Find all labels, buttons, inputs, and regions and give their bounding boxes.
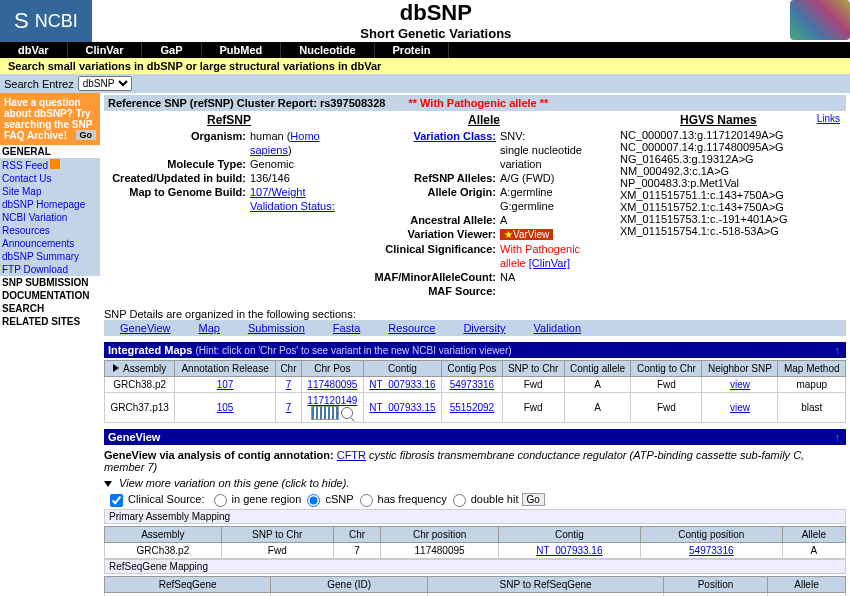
cell: Fwd [221, 542, 333, 558]
clinical-radio[interactable] [214, 494, 227, 507]
cell-link[interactable]: 54973316 [450, 379, 495, 390]
sidebar-head: RELATED SITES [0, 315, 100, 328]
cell: Fwd [631, 377, 702, 393]
sidebar-item[interactable]: Contact Us [0, 172, 100, 185]
col-header[interactable]: Contig Pos [442, 361, 502, 377]
col-header[interactable]: Annotation Release [175, 361, 276, 377]
value-link[interactable]: Validation Status: [250, 200, 335, 212]
varview-badge[interactable]: ★VarView [500, 229, 553, 240]
section-link[interactable]: Resource [388, 322, 435, 334]
kv-value: human (Homo sapiens) [250, 129, 348, 157]
cell-link[interactable]: 105 [217, 402, 234, 413]
cell-link[interactable]: 117120149 [307, 395, 357, 406]
cell: blast [778, 393, 846, 423]
sidebar-item[interactable]: RSS Feed [0, 158, 100, 172]
value-link[interactable]: Homo sapiens [250, 130, 320, 156]
col-header: Chr [333, 526, 380, 542]
sidebar-item[interactable]: Site Map [0, 185, 100, 198]
sidebar-item[interactable]: FTP Download [0, 263, 100, 276]
faq-box[interactable]: Have a question about dbSNP? Try searchi… [0, 93, 100, 145]
view-more-text: View more variation on this gene (click … [119, 477, 349, 489]
sort-icon[interactable] [113, 364, 119, 372]
nav-tab-protein[interactable]: Protein [375, 42, 450, 58]
clinical-radio[interactable] [453, 494, 466, 507]
cell: 117120149 [302, 393, 364, 423]
sidebar-item[interactable]: Resources [0, 224, 100, 237]
col-header: Chr position [381, 526, 499, 542]
col-header[interactable]: Map Method [778, 361, 846, 377]
cell-link[interactable]: 7 [286, 379, 292, 390]
ncbi-text: NCBI [35, 11, 78, 32]
nav-tab-gap[interactable]: GaP [142, 42, 201, 58]
col-header[interactable]: Contig [363, 361, 441, 377]
nav-tab-pubmed[interactable]: PubMed [202, 42, 282, 58]
sidebar-item[interactable]: NCBI Variation [0, 211, 100, 224]
value-link[interactable]: [ClinVar] [529, 257, 570, 269]
cell-link[interactable]: 117480095 [307, 379, 357, 390]
scroll-top-icon[interactable]: ↑ [835, 431, 841, 443]
cell-link[interactable]: 55152092 [450, 402, 495, 413]
cell-link[interactable]: NT_007933.15 [369, 402, 435, 413]
section-link[interactable]: Map [199, 322, 220, 334]
scroll-top-icon[interactable]: ↑ [835, 344, 841, 356]
ncbi-logo-icon: Ѕ [14, 8, 29, 34]
sidebar-head: DOCUMENTATION [0, 289, 100, 302]
thumbnail-icon[interactable] [311, 406, 339, 420]
hgvs-name: NM_000492.3:c.1A>G [620, 165, 840, 177]
geneview-desc: GeneView via analysis of contig annotati… [104, 449, 846, 473]
key-link[interactable]: Variation Class: [413, 130, 496, 142]
cell-link[interactable]: NT_007933.16 [536, 545, 602, 556]
ncbi-logo[interactable]: Ѕ NCBI [0, 0, 92, 42]
clinical-radio[interactable] [307, 494, 320, 507]
col-header[interactable]: Chr [275, 361, 301, 377]
cell: A [767, 592, 845, 596]
col-header[interactable]: Neighbor SNP [702, 361, 778, 377]
gene-link[interactable]: CFTR [337, 449, 366, 461]
section-link[interactable]: Submission [248, 322, 305, 334]
clinical-source-check[interactable] [110, 494, 123, 507]
section-link[interactable]: GeneView [120, 322, 171, 334]
cell-link[interactable]: 7 [286, 402, 292, 413]
col-header[interactable]: Contig to Chr [631, 361, 702, 377]
value-link[interactable]: 107/Weight [250, 186, 305, 198]
faq-go-button[interactable]: Go [76, 130, 97, 140]
main-content: Reference SNP (refSNP) Cluster Report: r… [100, 93, 850, 596]
zoom-icon[interactable] [341, 407, 353, 419]
cell: Fwd [502, 377, 564, 393]
section-link[interactable]: Diversity [463, 322, 505, 334]
kv-value: A [500, 213, 608, 227]
section-link[interactable]: Validation [534, 322, 582, 334]
summary-columns: RefSNP Organism:human (Homo sapiens)Mole… [104, 111, 846, 300]
sidebar: Have a question about dbSNP? Try searchi… [0, 93, 100, 328]
clinical-radio[interactable] [360, 494, 373, 507]
cell: 7 [333, 542, 380, 558]
cell: 7 [275, 377, 301, 393]
search-entrez-select[interactable]: dbSNP [78, 76, 132, 91]
col-header[interactable]: Chr Pos [302, 361, 364, 377]
refsnp-col: RefSNP Organism:human (Homo sapiens)Mole… [104, 111, 354, 300]
kv-value: 136/146 [250, 171, 348, 185]
nav-tab-clinvar[interactable]: ClinVar [68, 42, 143, 58]
cell: 105 [175, 393, 276, 423]
view-more-row[interactable]: View more variation on this gene (click … [104, 477, 846, 489]
col-header[interactable]: Contig allele [564, 361, 631, 377]
cell: 107 [175, 377, 276, 393]
nav-tab-dbvar[interactable]: dbVar [0, 42, 68, 58]
go-button[interactable]: Go [522, 493, 545, 506]
col-header[interactable]: SNP to Chr [502, 361, 564, 377]
links-link[interactable]: Links [817, 113, 840, 124]
cell-link[interactable]: view [730, 402, 750, 413]
cell-link[interactable]: 54973316 [689, 545, 734, 556]
cell-link[interactable]: view [730, 379, 750, 390]
nav-tab-nucleotide[interactable]: Nucleotide [281, 42, 374, 58]
col-header[interactable]: Assembly [105, 361, 175, 377]
sidebar-item[interactable]: dbSNP Summary [0, 250, 100, 263]
cell-link[interactable]: NT_007933.16 [369, 379, 435, 390]
col-header: RefSeqGene [105, 576, 271, 592]
sidebar-item[interactable]: Announcements [0, 237, 100, 250]
kv-value: SNV:single nucleotide variation [500, 129, 608, 171]
kv-key: Molecule Type: [110, 157, 250, 171]
cell-link[interactable]: 107 [217, 379, 234, 390]
section-link[interactable]: Fasta [333, 322, 361, 334]
sidebar-item[interactable]: dbSNP Homepage [0, 198, 100, 211]
